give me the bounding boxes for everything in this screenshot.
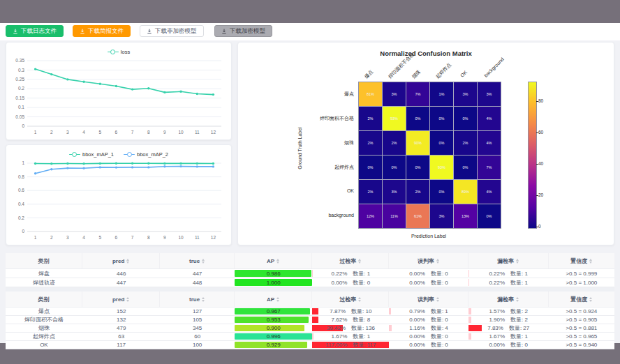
cell-class: 起焊炸点 bbox=[6, 333, 82, 340]
rate-bar bbox=[312, 308, 318, 314]
sort-icon[interactable] bbox=[358, 297, 361, 302]
table-row: 爆点1521270.9677.87%数量: 100.79%数量: 11.57%数… bbox=[6, 308, 614, 316]
sort-icon[interactable] bbox=[276, 297, 279, 302]
column-header-label: 过检率 bbox=[339, 296, 356, 303]
cell-true: 100 bbox=[160, 341, 234, 349]
detection-table-primary: 类别predtrueAP过检率误判率漏检率置信度焊盘4464470.9860.2… bbox=[6, 253, 614, 287]
download-report-button[interactable]: 下载简报文件 bbox=[73, 25, 131, 37]
rate-bar bbox=[468, 325, 482, 331]
sort-icon[interactable] bbox=[202, 259, 205, 264]
column-header-过检率[interactable]: 过检率 bbox=[312, 253, 389, 268]
heatmap-cell: 90% bbox=[406, 131, 429, 155]
heatmap-cell: 3% bbox=[454, 82, 477, 106]
cell-true: 60 bbox=[160, 333, 234, 340]
rate-bar bbox=[468, 333, 471, 340]
rate-count: 数量: 1 bbox=[353, 270, 370, 278]
table-row: 焊缝轨迹4474481.0000.00%数量: 00.00%数量: 00.22%… bbox=[6, 278, 614, 287]
download-unencrypted-model-label: 下载非加密模型 bbox=[155, 27, 197, 36]
sort-icon[interactable] bbox=[126, 297, 129, 302]
heatmap-column-label: background bbox=[483, 56, 505, 78]
rate-count: 数量: 0 bbox=[431, 316, 448, 324]
sort-icon[interactable] bbox=[358, 259, 361, 264]
column-header-AP[interactable]: AP bbox=[235, 291, 313, 307]
cell-confidence: >0.5 = 0.940 bbox=[549, 341, 614, 349]
cell-miss-rate: 0.22%数量: 1 bbox=[468, 278, 549, 287]
heatmap-column-label: OK bbox=[459, 70, 468, 78]
loss-chart-area[interactable]: 00.050.10.150.20.250.30.3512345678910111… bbox=[6, 56, 231, 140]
sort-icon[interactable] bbox=[436, 297, 439, 302]
rate-count: 数量: 1 bbox=[431, 308, 448, 315]
cell-class: 焊缝轨迹 bbox=[6, 278, 82, 287]
column-header-true[interactable]: true bbox=[160, 291, 234, 307]
column-header-漏检率[interactable]: 漏检率 bbox=[468, 253, 549, 268]
heatmap-row-label: background bbox=[238, 213, 354, 218]
legend-item-bbox_mAP_1[interactable]: bbox_mAP_1 bbox=[69, 149, 114, 159]
download-log-button[interactable]: 下载日志文件 bbox=[6, 25, 64, 37]
heatmap-column-label: 烟珠 bbox=[411, 68, 422, 80]
column-header-置信度[interactable]: 置信度 bbox=[549, 291, 614, 307]
rate-bar bbox=[468, 317, 472, 323]
sort-icon[interactable] bbox=[436, 259, 439, 264]
download-icon bbox=[147, 29, 152, 34]
column-header-误判率[interactable]: 误判率 bbox=[389, 253, 468, 268]
column-header-pred[interactable]: pred bbox=[82, 253, 161, 268]
svg-text:0.2: 0.2 bbox=[18, 215, 24, 220]
heatmap-cell: 7% bbox=[406, 82, 429, 106]
column-header-label: 置信度 bbox=[570, 296, 587, 303]
heatmap-cell: 3% bbox=[383, 82, 406, 106]
rate-percent: 1.16% bbox=[409, 325, 425, 331]
column-header-label: AP bbox=[267, 258, 274, 264]
column-header-label: 类别 bbox=[38, 257, 49, 265]
svg-text:0.8: 0.8 bbox=[18, 174, 24, 179]
rate-bar bbox=[389, 325, 392, 331]
bbox-map-chart-area[interactable]: 00.20.40.60.81123456789101112 bbox=[6, 159, 231, 245]
sort-icon[interactable] bbox=[589, 259, 592, 264]
rate-count: 数量: 2 bbox=[510, 308, 528, 315]
rate-bar bbox=[468, 308, 471, 314]
cell-pred: 152 bbox=[82, 308, 161, 315]
heatmap-cell: 3% bbox=[478, 82, 501, 106]
heatmap-column-label: 起焊炸点 bbox=[434, 61, 453, 80]
heatmap-cell: 0% bbox=[359, 156, 382, 179]
heatmap-cell: 0% bbox=[406, 156, 429, 179]
rate-bar bbox=[468, 279, 469, 286]
sort-icon[interactable] bbox=[516, 259, 519, 264]
sort-icon[interactable] bbox=[589, 297, 592, 302]
rate-count: 数量: 117 bbox=[353, 341, 376, 349]
heatmap-cell: 1% bbox=[430, 82, 453, 106]
rate-percent: 7.83% bbox=[487, 325, 503, 331]
cell-ap: 0.929 bbox=[235, 341, 313, 349]
svg-text:10: 10 bbox=[178, 235, 184, 240]
column-header-误判率[interactable]: 误判率 bbox=[389, 291, 468, 307]
sort-icon[interactable] bbox=[516, 297, 519, 302]
cell-pred: 132 bbox=[82, 316, 161, 324]
sort-icon[interactable] bbox=[202, 297, 205, 302]
heatmap-cell: 2% bbox=[454, 131, 477, 155]
cell-ap: 0.996 bbox=[235, 333, 313, 340]
sort-icon[interactable] bbox=[126, 259, 129, 264]
confusion-matrix-heatmap: 81%3%7%1%3%3%2%93%0%0%0%4%2%2%90%0%2%4%0… bbox=[358, 82, 501, 229]
sort-icon[interactable] bbox=[276, 259, 279, 264]
column-header-pred[interactable]: pred bbox=[82, 291, 161, 307]
rate-percent: 0.00% bbox=[489, 342, 505, 348]
legend-item-bbox_mAP_2[interactable]: bbox_mAP_2 bbox=[124, 149, 168, 159]
rate-percent: 117.00% bbox=[325, 342, 347, 348]
column-header-AP[interactable]: AP bbox=[235, 253, 313, 268]
download-encrypted-model-button[interactable]: 下载加密模型 bbox=[214, 25, 272, 37]
column-header-true[interactable]: true bbox=[160, 253, 234, 268]
column-header-置信度[interactable]: 置信度 bbox=[549, 253, 614, 268]
cell-miss-rate: 0.00%数量: 0 bbox=[468, 341, 549, 349]
table-row: OK1171000.929117.00%数量: 1170.00%数量: 00.0… bbox=[6, 341, 614, 349]
cell-true: 105 bbox=[160, 316, 234, 324]
cell-confidence: >0.5 = 1.000 bbox=[549, 278, 614, 287]
svg-text:0.25: 0.25 bbox=[15, 77, 24, 82]
cell-miss-rate: 7.83%数量: 27 bbox=[468, 324, 549, 332]
heatmap-cell: 12% bbox=[359, 204, 382, 228]
download-unencrypted-model-button[interactable]: 下载非加密模型 bbox=[140, 25, 204, 37]
column-header-漏检率[interactable]: 漏检率 bbox=[468, 291, 549, 307]
cell-class: 焊印面积不合格 bbox=[6, 316, 82, 324]
column-header-过检率[interactable]: 过检率 bbox=[312, 291, 389, 307]
rate-percent: 0.00% bbox=[409, 342, 425, 348]
legend-item-loss[interactable]: loss bbox=[108, 47, 130, 56]
heatmap-cell: 3% bbox=[430, 204, 453, 228]
